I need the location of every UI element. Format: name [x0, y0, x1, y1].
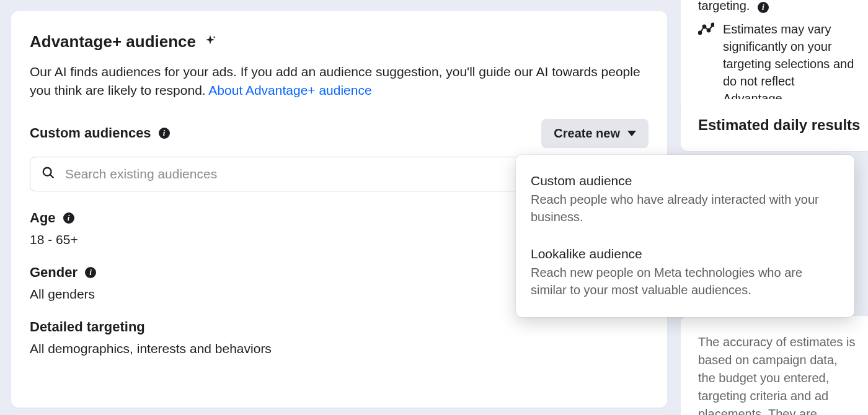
dropdown-item-custom-audience[interactable]: Custom audience Reach people who have al…: [531, 168, 839, 230]
dropdown-item-title: Lookalike audience: [531, 247, 839, 261]
create-new-dropdown: Custom audience Reach people who have al…: [516, 155, 854, 317]
info-icon[interactable]: i: [159, 128, 170, 139]
age-label: Age: [30, 210, 56, 226]
dropdown-item-title: Custom audience: [531, 173, 839, 188]
accuracy-text: The accuracy of estimates is based on ca…: [698, 333, 856, 415]
card-title: Advantage+ audience: [30, 32, 196, 51]
info-icon[interactable]: i: [85, 267, 96, 278]
gender-label: Gender: [30, 264, 78, 281]
custom-audiences-label-wrap: Custom audiences i: [30, 125, 170, 141]
search-icon: [42, 166, 55, 182]
dropdown-item-lookalike-audience[interactable]: Lookalike audience Reach new people on M…: [531, 242, 839, 304]
about-advantage-link[interactable]: About Advantage+ audience: [208, 83, 371, 97]
custom-audiences-label: Custom audiences: [30, 125, 151, 141]
svg-line-1: [50, 175, 53, 178]
detailed-targeting-field: Detailed targeting All demographics, int…: [30, 319, 649, 356]
caret-down-icon: [627, 131, 636, 136]
daily-results-title: Estimated daily results: [698, 116, 856, 134]
side-panel-daily-results: Estimated daily results: [681, 99, 868, 151]
custom-audiences-header: Custom audiences i Create new: [30, 119, 649, 148]
estimate-text: Estimates may vary significantly on your…: [723, 20, 856, 107]
card-title-row: Advantage+ audience: [30, 32, 649, 51]
card-description: Our AI finds audiences for your ads. If …: [30, 63, 649, 100]
create-new-button[interactable]: Create new: [541, 119, 649, 148]
info-icon[interactable]: i: [63, 212, 74, 224]
estimate-row: Estimates may vary significantly on your…: [698, 20, 856, 107]
dropdown-item-description: Reach people who have already interacted…: [531, 191, 839, 225]
chart-icon: [698, 20, 714, 38]
side-panel-accuracy: The accuracy of estimates is based on ca…: [681, 316, 868, 415]
dropdown-item-description: Reach new people on Meta technologies wh…: [531, 264, 839, 299]
detailed-targeting-value: All demographics, interests and behavior…: [30, 341, 649, 356]
svg-point-0: [43, 168, 51, 176]
create-new-label: Create new: [554, 126, 620, 141]
detailed-targeting-label: Detailed targeting: [30, 319, 145, 335]
targeting-fragment-text: targeting.: [698, 0, 750, 12]
info-icon[interactable]: i: [758, 2, 769, 13]
targeting-text-row: targeting. i: [698, 0, 856, 13]
sparkle-icon: [203, 34, 217, 50]
detailed-targeting-label-row: Detailed targeting: [30, 319, 649, 335]
